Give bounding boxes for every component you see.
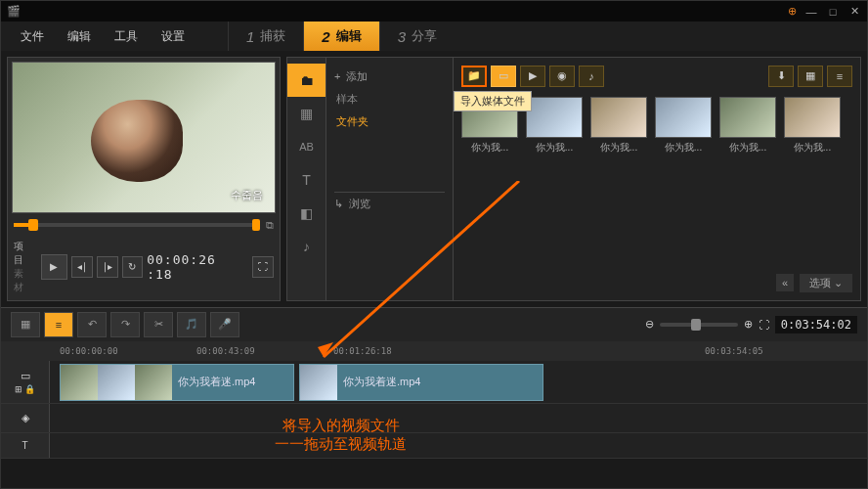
menu-file[interactable]: 文件 (11, 24, 54, 49)
thumb-item[interactable]: 你为我... (655, 97, 712, 155)
video-track[interactable]: ▭⊞ 🔒 你为我着迷.mp4 你为我着迷.mp4 (1, 361, 867, 404)
menu-edit[interactable]: 编辑 (58, 24, 101, 49)
thumb-item[interactable]: 你为我... (526, 97, 583, 155)
app-icon: 🎬 (7, 5, 21, 18)
menubar: 文件 编辑 工具 设置 1捕获 2编辑 3分享 (1, 22, 867, 50)
minimize-button[interactable]: — (804, 5, 818, 19)
media-tab[interactable]: 🖿 (287, 64, 326, 97)
view-photo-button[interactable]: ◉ (549, 66, 575, 87)
thumb-item[interactable]: 你为我... (784, 97, 841, 155)
filter-tab[interactable]: ◧ (287, 197, 326, 230)
menu-tools[interactable]: 工具 (105, 24, 148, 49)
collapse-icon[interactable]: « (776, 274, 794, 291)
zoom-in-icon[interactable]: ⊕ (744, 318, 753, 331)
step-capture[interactable]: 1捕获 (228, 22, 303, 50)
text-tab[interactable]: T (287, 163, 326, 197)
prev-frame-button[interactable]: ◂∣ (71, 256, 93, 278)
undo-button[interactable]: ↶ (77, 312, 107, 337)
timeline-duration: 0:03:54:02 (775, 316, 857, 333)
view-video-button[interactable]: ▶ (520, 66, 545, 87)
thumb-item[interactable]: 你为我... (590, 97, 647, 155)
timeline-clip[interactable]: 你为我着迷.mp4 (299, 364, 543, 401)
copy-icon[interactable]: ⧉ (266, 219, 274, 232)
timeline-view-button[interactable]: ≡ (44, 312, 73, 337)
sort-button[interactable]: ⬇ (768, 66, 794, 87)
import-media-button[interactable]: 📁 导入媒体文件 (461, 66, 487, 87)
play-button[interactable]: ▶ (41, 254, 68, 280)
overlay-track-icon: ◈ (22, 412, 29, 424)
lock-icon[interactable]: ⊞ 🔒 (15, 384, 36, 394)
add-folder-button[interactable]: +添加 (334, 66, 445, 88)
options-button[interactable]: 选项 ⌄ (800, 274, 852, 292)
seek-bar[interactable] (14, 223, 260, 227)
project-label: 项目 (14, 240, 33, 267)
material-label: 素材 (14, 267, 33, 294)
grid-view-button[interactable]: ▦ (798, 66, 823, 87)
zoom-slider[interactable] (660, 323, 738, 327)
video-track-icon: ▭ (21, 370, 30, 382)
plus-icon: + (334, 70, 340, 82)
view-audio-button[interactable]: ♪ (579, 66, 604, 87)
close-button[interactable]: ✕ (847, 5, 861, 19)
loop-button[interactable]: ↻ (122, 256, 144, 278)
tool-record[interactable]: 🎤 (210, 312, 239, 337)
list-view-button[interactable]: ≡ (827, 66, 852, 87)
overlay-track[interactable]: ◈ (1, 404, 867, 433)
transition-tab[interactable]: ▦ (287, 97, 326, 130)
lib-sample[interactable]: 样本 (334, 88, 445, 111)
preview-overlay-text: 수줍음 (231, 188, 263, 202)
thumb-item[interactable]: 你为我... (719, 97, 776, 155)
preview-video[interactable]: 수줍음 (12, 62, 276, 213)
timecode: 00:00:26 :18 (147, 252, 248, 282)
fit-icon[interactable]: ⛶ (759, 319, 769, 331)
import-tooltip: 导入媒体文件 (454, 91, 532, 111)
title-tab[interactable]: AB (287, 130, 326, 163)
tool-audio[interactable]: 🎵 (177, 312, 206, 337)
preview-panel: 수줍음 ⧉ 项目 素材 ▶ ◂∣ ∣▸ ↻ 0 (7, 57, 281, 301)
timeline-panel: ▦ ≡ ↶ ↷ ✂ 🎵 🎤 ⊖ ⊕ ⛶ 0:03:54:02 00:00:00:… (1, 307, 867, 488)
arrow-icon: ↳ (334, 198, 343, 210)
expand-button[interactable]: ⛶ (252, 256, 274, 278)
audio-tab[interactable]: ♪ (287, 230, 326, 263)
next-frame-button[interactable]: ∣▸ (97, 256, 118, 278)
browse-button[interactable]: ↳浏览 (334, 192, 445, 215)
help-icon[interactable]: ⊕ (788, 5, 797, 18)
step-edit[interactable]: 2编辑 (303, 22, 378, 50)
titlebar: 🎬 ⊕ — □ ✕ (1, 1, 867, 22)
tool-cut[interactable]: ✂ (144, 312, 173, 337)
zoom-out-icon[interactable]: ⊖ (645, 318, 654, 331)
title-track-icon: T (22, 440, 27, 451)
title-track[interactable]: T (1, 433, 867, 459)
maximize-button[interactable]: □ (826, 5, 840, 19)
menu-settings[interactable]: 设置 (152, 24, 195, 49)
view-all-button[interactable]: ▭ (491, 66, 516, 87)
timeline-ruler[interactable]: 00:00:00:00 00:00:43:09 00:01:26:18 00:0… (1, 341, 867, 361)
step-share[interactable]: 3分享 (379, 22, 455, 50)
timeline-clip[interactable]: 你为我着迷.mp4 (60, 364, 294, 401)
storyboard-view-button[interactable]: ▦ (11, 312, 40, 337)
lib-folder[interactable]: 文件夹 (334, 111, 445, 133)
redo-button[interactable]: ↷ (110, 312, 140, 337)
